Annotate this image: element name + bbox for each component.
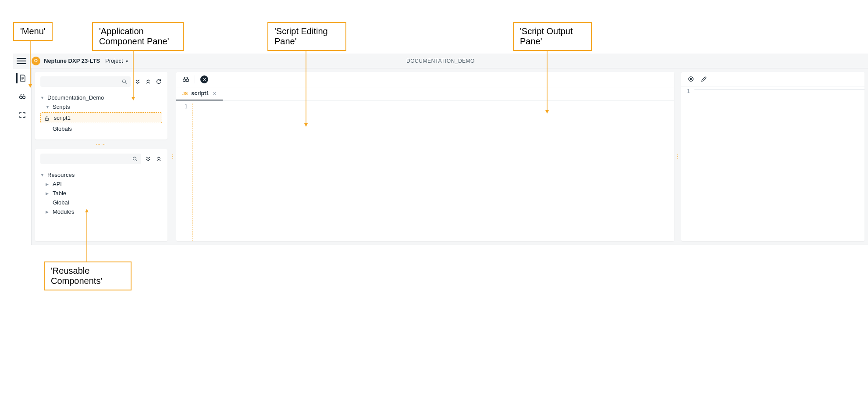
- hamburger-menu-button[interactable]: [17, 56, 26, 66]
- chevrons-down-icon: [146, 156, 151, 161]
- editor-toolbar: ✕: [176, 72, 674, 87]
- edit-button[interactable]: [701, 75, 708, 82]
- output-body: 1: [681, 86, 864, 241]
- expand-icon: [19, 111, 26, 118]
- tree-item-script1[interactable]: script1: [40, 112, 162, 123]
- output-line-number: 1: [681, 88, 690, 94]
- output-gutter: 1: [681, 88, 694, 241]
- component-search-input[interactable]: [44, 79, 122, 85]
- svg-point-11: [22, 96, 25, 99]
- component-toolbar: [35, 72, 167, 91]
- callout-reusable-text: 'Reusable Components': [51, 266, 102, 286]
- tree-label: Globals: [53, 125, 72, 132]
- brand-initial: O: [34, 58, 38, 63]
- vertical-splitter-2[interactable]: [676, 68, 679, 245]
- binoculars-icon: [182, 76, 189, 83]
- svg-marker-7: [545, 110, 549, 114]
- tree-label: Global: [53, 199, 69, 206]
- search-icon: [122, 79, 127, 85]
- output-line-content: [694, 89, 864, 90]
- callout-output-text: 'Script Output Pane': [520, 26, 573, 46]
- component-tree: ▼ Documentation_Demo ▼ Scripts script1 G…: [35, 91, 167, 140]
- chevrons-up-icon: [156, 156, 161, 161]
- tab-lang-badge: JS: [182, 91, 188, 96]
- tree-node-table[interactable]: ▶ Table: [39, 189, 164, 198]
- caret-down-icon: ▼: [46, 105, 50, 109]
- tree-node-modules[interactable]: ▶ Modules: [39, 207, 164, 216]
- tab-close-button[interactable]: ✕: [213, 91, 217, 97]
- code-editor[interactable]: 1: [176, 101, 674, 241]
- callout-component-pane: 'Application Component Pane': [92, 22, 184, 51]
- callout-editing-text: 'Script Editing Pane': [274, 26, 328, 46]
- tree-root-resources[interactable]: ▼ Resources: [39, 170, 164, 179]
- search-icon: [132, 156, 138, 162]
- chevron-down-icon: ▾: [125, 59, 128, 64]
- line-gutter: 1: [176, 104, 192, 241]
- rail-document-button[interactable]: [16, 73, 27, 83]
- tree-label: Modules: [53, 208, 74, 215]
- tab-script1[interactable]: JS script1 ✕: [176, 87, 223, 100]
- record-icon: [688, 76, 694, 82]
- svg-rect-14: [45, 118, 49, 120]
- tree-node-globals[interactable]: Globals: [39, 124, 164, 133]
- callout-reusable: 'Reusable Components': [44, 261, 132, 290]
- expand-all-button[interactable]: [134, 78, 141, 85]
- svg-line-13: [125, 82, 126, 84]
- document-icon: [19, 75, 26, 82]
- resources-tree: ▼ Resources ▶ API ▶ Table Global ▶ Mo: [35, 168, 167, 222]
- arrow-reusable: [85, 209, 89, 261]
- resources-search[interactable]: [40, 154, 141, 164]
- unlocked-icon: [44, 116, 50, 121]
- horizontal-splitter[interactable]: [35, 143, 167, 146]
- arrow-output: [545, 49, 549, 114]
- tree-node-global[interactable]: Global: [39, 198, 164, 207]
- code-content[interactable]: [192, 104, 674, 241]
- tree-label: Table: [53, 190, 66, 197]
- collapse-all-button[interactable]: [145, 78, 152, 85]
- vertical-splitter-1[interactable]: [171, 68, 174, 245]
- left-rail: [13, 68, 32, 245]
- refresh-button[interactable]: [155, 78, 162, 85]
- caret-right-icon: ▶: [46, 182, 50, 186]
- tree-root-documentation-demo[interactable]: ▼ Documentation_Demo: [39, 93, 164, 102]
- toolbar-separator: [195, 75, 195, 83]
- svg-point-15: [133, 157, 136, 160]
- close-button[interactable]: ✕: [200, 75, 208, 83]
- component-search[interactable]: [40, 76, 131, 87]
- svg-marker-3: [132, 97, 135, 100]
- arrow-menu: [28, 39, 32, 88]
- tree-label: Scripts: [53, 104, 70, 110]
- callout-menu: 'Menu': [13, 22, 53, 41]
- caret-down-icon: ▼: [40, 96, 45, 100]
- rail-binoculars-button[interactable]: [17, 91, 28, 102]
- editor-tab-strip: JS script1 ✕: [176, 87, 674, 101]
- resources-search-input[interactable]: [44, 156, 132, 162]
- record-button[interactable]: [687, 75, 694, 82]
- expand-all-button[interactable]: [145, 155, 152, 162]
- svg-point-10: [19, 96, 22, 99]
- caret-right-icon: ▶: [46, 210, 50, 214]
- svg-point-18: [186, 79, 189, 82]
- rail-expand-button[interactable]: [17, 110, 28, 120]
- output-toolbar: [681, 72, 864, 86]
- tree-node-scripts[interactable]: ▼ Scripts: [39, 102, 164, 111]
- binoculars-icon: [19, 93, 26, 100]
- application-component-pane: ▼ Documentation_Demo ▼ Scripts script1 G…: [35, 72, 167, 140]
- find-button[interactable]: [182, 76, 189, 83]
- svg-point-17: [183, 79, 186, 82]
- pencil-icon: [701, 76, 707, 82]
- callout-editing-pane: 'Script Editing Pane': [267, 22, 346, 51]
- chevrons-down-icon: [135, 79, 140, 84]
- svg-marker-1: [28, 84, 32, 88]
- script-editing-pane: ✕ JS script1 ✕ 1: [176, 72, 674, 241]
- callout-component-text: 'Application Component Pane': [99, 26, 169, 46]
- svg-marker-5: [304, 123, 308, 127]
- header-bar: O Neptune DXP 23-LTS Project ▾ DOCUMENTA…: [13, 54, 868, 68]
- brand-name: Neptune DXP 23-LTS: [44, 57, 100, 64]
- tree-node-api[interactable]: ▶ API: [39, 179, 164, 189]
- collapse-all-button[interactable]: [155, 155, 162, 162]
- document-title: DOCUMENTATION_DEMO: [406, 58, 475, 64]
- project-dropdown[interactable]: Project ▾: [105, 57, 128, 64]
- refresh-icon: [156, 79, 162, 85]
- brand-logo: O: [32, 57, 40, 65]
